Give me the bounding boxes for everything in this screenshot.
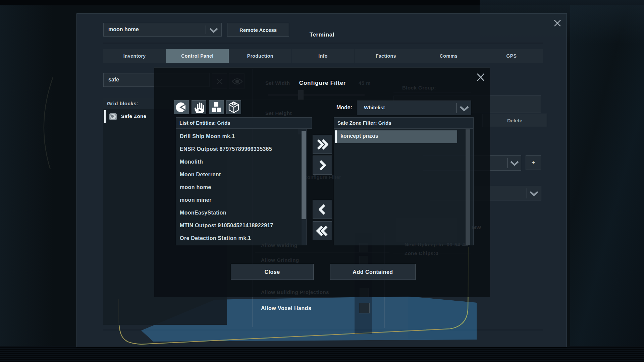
entity-list-item[interactable]: ENSR Outpost 87975789966335365 bbox=[176, 143, 306, 156]
double-right-chevron-icon bbox=[316, 139, 328, 150]
terminal-window: moon home Remote Access Terminal Invento… bbox=[76, 13, 567, 347]
filter-type-large-grids-button[interactable] bbox=[226, 100, 241, 114]
filter-type-floating-objects-button[interactable] bbox=[192, 100, 206, 114]
large-grid-cube-icon bbox=[227, 101, 241, 114]
dialog-close-icon[interactable] bbox=[473, 70, 488, 85]
remove-all-button[interactable] bbox=[313, 221, 332, 240]
mode-dropdown[interactable]: Whitelist bbox=[357, 101, 471, 115]
entities-list-header: List of Entities: Grids bbox=[176, 117, 312, 129]
dropdown-separator bbox=[507, 158, 507, 168]
filter-list-item[interactable]: koncept praxis bbox=[335, 130, 457, 143]
terminal-tabs: Inventory Control Panel Production Info … bbox=[103, 49, 543, 63]
entity-list-item[interactable]: Monolith bbox=[176, 156, 306, 168]
header-divider bbox=[103, 43, 543, 43]
filter-list: koncept praxis bbox=[334, 129, 474, 245]
entities-scrollbar-thumb[interactable] bbox=[302, 131, 306, 219]
filter-type-small-grids-button[interactable] bbox=[209, 100, 224, 114]
add-contained-button[interactable]: Add Contained bbox=[330, 264, 416, 280]
chevron-down-icon bbox=[510, 161, 519, 166]
grid-blocks-label: Grid blocks: bbox=[107, 101, 139, 106]
tab[interactable]: Control Panel bbox=[166, 49, 228, 63]
tab[interactable]: GPS bbox=[480, 49, 543, 63]
allow-voxel-hands-label: Allow Voxel Hands bbox=[261, 305, 311, 311]
add-all-button[interactable] bbox=[313, 135, 332, 154]
filter-list-header: Safe Zone Filter: Grids bbox=[334, 117, 474, 129]
chevron-down-icon bbox=[459, 106, 469, 111]
selection-bar bbox=[104, 110, 106, 123]
add-block-group-button[interactable]: + bbox=[526, 155, 541, 170]
remove-selected-button[interactable] bbox=[313, 200, 332, 219]
window-close-icon[interactable] bbox=[551, 17, 564, 29]
hand-icon bbox=[192, 101, 206, 114]
entity-list-item[interactable]: Drill Ship Moon mk.1 bbox=[176, 130, 306, 143]
mode-label: Mode: bbox=[324, 105, 352, 111]
tab[interactable]: Inventory bbox=[103, 49, 166, 63]
left-chevron-icon bbox=[319, 204, 326, 215]
configure-filter-dialog: Configure Filter bbox=[154, 67, 490, 297]
selection-bar bbox=[335, 130, 337, 143]
filter-header-label: Safe Zone Filter: Grids bbox=[337, 120, 391, 126]
right-chevron-icon bbox=[319, 160, 326, 171]
dropdown-separator bbox=[456, 103, 457, 113]
letterbox-bottom bbox=[0, 346, 644, 362]
entities-list: Drill Ship Moon mk.1ENSR Outpost 8797578… bbox=[176, 129, 307, 245]
entity-list-item[interactable]: Ore Detection Station mk.1 bbox=[176, 232, 306, 245]
double-left-chevron-icon bbox=[316, 226, 328, 236]
window-title: Terminal bbox=[77, 32, 567, 38]
chevron-down-icon bbox=[529, 191, 539, 196]
safezone-block-icon bbox=[108, 112, 118, 121]
tab[interactable]: Info bbox=[292, 49, 354, 63]
entity-list-item[interactable]: MTIN Outpost 910504521418922917 bbox=[176, 219, 306, 232]
entity-list-item[interactable]: MoonEasyStation bbox=[176, 206, 306, 219]
entity-list-item[interactable]: moon home bbox=[176, 181, 306, 194]
filter-item-label: koncept praxis bbox=[340, 133, 378, 139]
entities-scrollbar-track[interactable] bbox=[302, 129, 306, 245]
block-item-label: Safe Zone bbox=[121, 113, 146, 119]
entity-list-item[interactable]: moon miner bbox=[176, 194, 306, 206]
dropdown-separator bbox=[527, 188, 527, 198]
allow-voxel-hands-checkbox[interactable] bbox=[359, 303, 370, 313]
search-value: safe bbox=[108, 77, 119, 83]
tab[interactable]: Comms bbox=[417, 49, 480, 63]
bottom-divider bbox=[103, 330, 543, 330]
entities-header-label: List of Entities: Grids bbox=[179, 120, 230, 126]
tab[interactable]: Production bbox=[229, 49, 291, 63]
dialog-title: Configure Filter bbox=[154, 80, 491, 86]
dialog-close-button[interactable]: Close bbox=[231, 264, 314, 280]
astronaut-helmet-icon bbox=[174, 101, 189, 114]
small-grid-icon bbox=[209, 101, 223, 114]
tab[interactable]: Factions bbox=[355, 49, 417, 63]
add-selected-button[interactable] bbox=[313, 156, 332, 175]
filter-list-scrollbar[interactable] bbox=[466, 129, 470, 245]
entity-list-item[interactable]: Moon Deterrent bbox=[176, 168, 306, 181]
mode-value: Whitelist bbox=[364, 105, 385, 110]
delete-button[interactable]: Delete bbox=[482, 114, 547, 127]
filter-type-characters-button[interactable] bbox=[174, 100, 189, 114]
